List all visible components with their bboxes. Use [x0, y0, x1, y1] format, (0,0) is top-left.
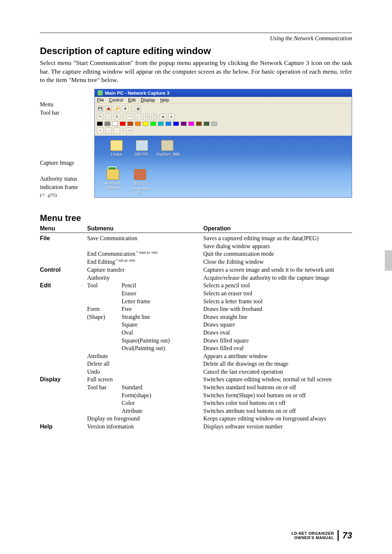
tb-filloval-icon[interactable]: ● [168, 114, 175, 120]
tree-menu-cell: Edit [40, 282, 87, 290]
tree-menu-cell [40, 250, 87, 258]
label-auth-status-2: indication frame [40, 184, 94, 190]
capture-window: Main PC - Network Capture 3 File Control… [94, 89, 352, 198]
tb-attr-2-icon[interactable]: ▫ [105, 127, 112, 134]
menu-help[interactable]: Help [160, 98, 169, 103]
tree-submenu-cell [87, 242, 203, 250]
tb-attr-3-icon[interactable]: · [114, 127, 120, 134]
menu-control[interactable]: Control [109, 98, 123, 103]
tree-row: AuthorityAcquire/release the authority t… [40, 274, 352, 282]
tb-free-icon[interactable]: 〰 [126, 114, 133, 120]
color-swatch[interactable] [135, 122, 141, 126]
color-swatch[interactable] [112, 122, 118, 126]
tree-operation-cell: Switches capture editing window, normal … [203, 376, 352, 383]
header-context: Using the Network Communication [40, 35, 352, 42]
tb-auth-icon[interactable]: 🔑 [114, 106, 120, 112]
footer-text: LD-NET ORGANIZER OWNER'S MANUAL [291, 531, 334, 540]
tb-square-icon[interactable]: ▢ [143, 114, 150, 120]
desktop-icon[interactable]: SM PPL [131, 140, 153, 156]
tb-close-icon[interactable]: ✖ [122, 106, 128, 112]
color-swatch[interactable] [127, 122, 133, 126]
color-swatch[interactable] [166, 122, 171, 126]
tree-operation-cell: Quit the communication mode [203, 250, 352, 258]
desktop-icon[interactable]: OsdSim_MM... [156, 140, 178, 156]
tree-submenu-cell: Eraser [87, 290, 203, 297]
tree-menu-cell [40, 368, 87, 376]
window-menubar[interactable]: File Control Edit Display Help [95, 97, 352, 103]
label-menu: Menu [40, 101, 94, 108]
desktop-icon[interactable]: 'dt10' の Tvmanual (Z... [129, 169, 151, 195]
tree-row: (Shape)Straight lineDraws straight line [40, 313, 352, 321]
tree-row: ControlCapture transferCaptures a screen… [40, 266, 352, 274]
tree-row: Form(shape)Switches form(Shape) tool but… [40, 391, 352, 399]
color-swatch[interactable] [181, 122, 187, 126]
toolbar-separator [123, 127, 123, 134]
window-titlebar: Main PC - Network Capture 3 [95, 89, 352, 97]
tb-oval-icon[interactable]: ◯ [151, 114, 158, 120]
color-swatch[interactable] [120, 122, 126, 126]
tb-pencil-icon[interactable]: ✎ [97, 114, 103, 120]
menu-edit[interactable]: Edit [128, 98, 136, 103]
tree-submenu-cell: Capture transfer [87, 266, 203, 274]
tree-operation-cell: Acquire/release the authority to edit th… [203, 274, 352, 282]
tree-menu-cell: File [40, 234, 87, 242]
tree-operation-cell: Selects an eraser tool [203, 290, 352, 297]
color-swatch[interactable] [158, 122, 164, 126]
tree-row: OvalDraws oval [40, 329, 352, 337]
tree-menu-cell [40, 337, 87, 345]
tree-operation-cell: Keeps capture editing window on foregrou… [203, 415, 352, 423]
tree-row: Letter frameSelects a letter frame tool [40, 297, 352, 305]
tree-row: End Communication * main pc onlyQuit the… [40, 250, 352, 258]
tree-operation-cell: Selects a letter frame tool [203, 297, 352, 305]
tree-submenu-cell: Color [87, 399, 203, 407]
tb-save-icon[interactable]: 💾 [97, 106, 103, 112]
tb-eraser-icon[interactable]: ◌ [105, 114, 112, 120]
tree-menu-cell [40, 399, 87, 407]
color-swatch[interactable] [97, 122, 103, 126]
tb-transfer-icon[interactable]: 📤 [105, 106, 112, 112]
tree-menu-cell [40, 360, 87, 368]
tree-row: Save dialog window appears [40, 242, 352, 250]
color-swatch[interactable] [150, 122, 156, 126]
toolbar-row-2: ✎ ◌ A 〰 ／ ▢ ◯ ■ ● [97, 113, 350, 121]
color-swatch[interactable] [143, 122, 148, 126]
color-swatch[interactable] [105, 122, 110, 126]
toolbar-row-1: 💾 📤 🔑 ✖ ▣ [97, 105, 350, 113]
tree-header-operation: Operation [203, 225, 352, 232]
tb-attr-4-icon[interactable]: ▭ [126, 127, 133, 134]
menu-file[interactable]: File [97, 98, 104, 103]
desktop-icon[interactable]: Lhasa [106, 140, 127, 156]
tree-operation-cell: Delete all the drawings on the image [203, 360, 352, 368]
tree-header-submenu: Submenu [87, 225, 203, 232]
toolbar-separator [123, 114, 123, 120]
tree-row: FileSave CommunicationSaves a captured e… [40, 234, 352, 242]
tree-operation-cell: Draws straight line [203, 313, 352, 321]
tree-operation-cell: Captures a screen image and sends it to … [203, 266, 352, 274]
page-number: 73 [342, 530, 352, 541]
tree-menu-cell [40, 329, 87, 337]
figure-labels: Menu Tool bar Capture Image Authority st… [40, 89, 94, 200]
tree-submenu-cell: ToolPencil [87, 282, 203, 290]
color-swatch[interactable] [196, 122, 202, 126]
tb-fillsquare-icon[interactable]: ■ [160, 114, 166, 120]
app-icon [98, 90, 103, 95]
tb-fullscreen-icon[interactable]: ▣ [135, 106, 141, 112]
menu-display[interactable]: Display [141, 98, 155, 103]
color-swatch[interactable] [204, 122, 209, 126]
tree-menu-cell [40, 407, 87, 415]
window-title: Main PC - Network Capture 3 [105, 90, 170, 96]
color-swatch[interactable] [188, 122, 194, 126]
tree-row: ColorSwitches color tool buttons on r of… [40, 399, 352, 407]
tb-letter-icon[interactable]: A [114, 114, 120, 120]
capture-desktop: Lhasa SM PPL OsdSim_MM... Microsoft Outl… [95, 136, 352, 197]
tree-menu-cell [40, 297, 87, 305]
color-swatch[interactable] [173, 122, 179, 126]
tb-line-icon[interactable]: ／ [135, 114, 141, 120]
desktop-icon[interactable]: Microsoft Outlook [102, 169, 124, 190]
tree-row: Display on foregroundKeeps capture editi… [40, 415, 352, 423]
tree-menu-cell [40, 383, 87, 391]
tree-submenu-cell: Version information [87, 423, 203, 431]
page-footer: LD-NET ORGANIZER OWNER'S MANUAL 73 [291, 530, 352, 541]
tb-attr-1-icon[interactable]: ▪ [97, 127, 103, 134]
color-swatch[interactable] [211, 122, 217, 126]
